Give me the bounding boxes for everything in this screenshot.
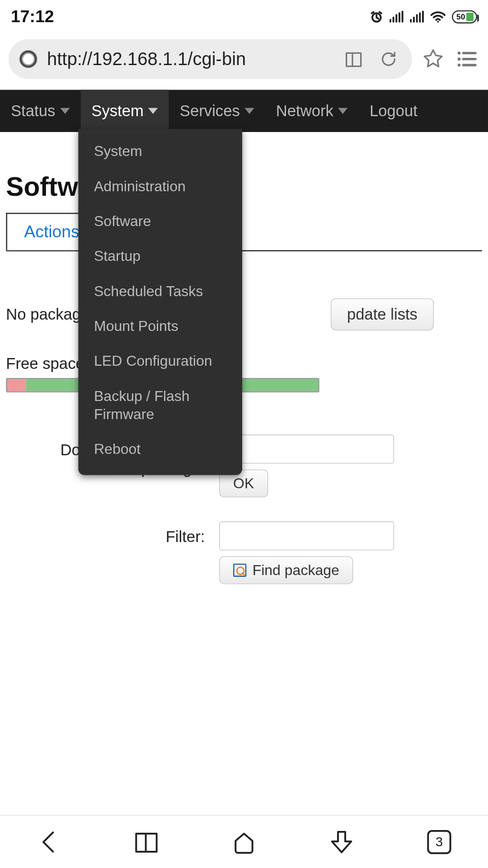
- nav-system[interactable]: System: [80, 90, 169, 132]
- reload-icon[interactable]: [376, 47, 401, 72]
- tabs-button[interactable]: 3: [424, 827, 455, 857]
- chevron-down-icon: [60, 108, 70, 114]
- phone-status-bar: 17:12 50: [0, 0, 488, 33]
- dropdown-item-backup-flash[interactable]: Backup / Flash Firmware: [78, 378, 242, 431]
- chevron-down-icon: [149, 108, 158, 114]
- status-time: 17:12: [11, 7, 54, 26]
- dropdown-item-software[interactable]: Software: [78, 204, 242, 239]
- url-bar[interactable]: http://192.168.1.1/cgi-bin: [9, 39, 412, 79]
- dropdown-item-administration[interactable]: Administration: [78, 169, 242, 203]
- chevron-down-icon: [338, 108, 348, 114]
- site-favicon: [19, 50, 38, 68]
- wifi-icon: [430, 10, 446, 23]
- tabstrip: Actions: [6, 213, 482, 251]
- browser-bottom-bar: 3: [0, 815, 488, 868]
- progress-used: [7, 379, 26, 392]
- bookmark-star-icon[interactable]: [421, 47, 446, 72]
- filter-input[interactable]: [219, 521, 394, 550]
- search-icon: [233, 564, 246, 577]
- menu-list-icon[interactable]: [454, 47, 479, 72]
- dropdown-item-startup[interactable]: Startup: [78, 239, 242, 274]
- reader-mode-icon[interactable]: [341, 47, 366, 72]
- svg-point-2: [458, 52, 461, 55]
- svg-point-1: [437, 20, 439, 22]
- alarm-icon: [370, 10, 383, 23]
- dropdown-item-reboot[interactable]: Reboot: [78, 432, 242, 467]
- download-arrow-icon[interactable]: [327, 827, 357, 857]
- signal-icon-2: [409, 10, 424, 23]
- main-nav: Status System Services Network Logout: [0, 90, 488, 132]
- back-button[interactable]: [34, 827, 64, 857]
- dropdown-item-mount-points[interactable]: Mount Points: [78, 309, 242, 344]
- battery-percent: 50: [456, 12, 465, 21]
- svg-point-3: [458, 57, 461, 61]
- nav-network[interactable]: Network: [265, 90, 359, 132]
- free-space-label: Free space:: [6, 354, 89, 373]
- home-icon[interactable]: [229, 827, 259, 857]
- system-dropdown: System Administration Software Startup S…: [78, 129, 242, 475]
- battery-icon: 50: [451, 10, 477, 23]
- download-package-input[interactable]: [219, 434, 394, 463]
- library-icon[interactable]: [131, 827, 162, 857]
- signal-icon: [389, 10, 404, 23]
- chevron-down-icon: [244, 108, 254, 114]
- no-package-text: No package: [6, 305, 89, 324]
- dropdown-item-scheduled-tasks[interactable]: Scheduled Tasks: [78, 274, 242, 308]
- page-title: Softwa: [6, 172, 482, 202]
- dropdown-item-led-configuration[interactable]: LED Configuration: [78, 344, 242, 378]
- url-text: http://192.168.1.1/cgi-bin: [47, 49, 331, 69]
- nav-logout[interactable]: Logout: [359, 90, 428, 132]
- browser-chrome-top: http://192.168.1.1/cgi-bin: [0, 33, 488, 90]
- update-lists-button[interactable]: pdate lists: [331, 298, 434, 330]
- find-package-button[interactable]: Find package: [219, 557, 353, 584]
- nav-status[interactable]: Status: [0, 90, 80, 132]
- filter-label: Filter:: [6, 521, 205, 546]
- status-icons: 50: [370, 10, 477, 23]
- svg-point-4: [458, 64, 461, 67]
- nav-services[interactable]: Services: [169, 90, 265, 132]
- dropdown-item-system[interactable]: System: [78, 134, 242, 169]
- tab-count: 3: [427, 830, 451, 854]
- page-content: Softwa Actions No package pdate lists Fr…: [0, 132, 488, 584]
